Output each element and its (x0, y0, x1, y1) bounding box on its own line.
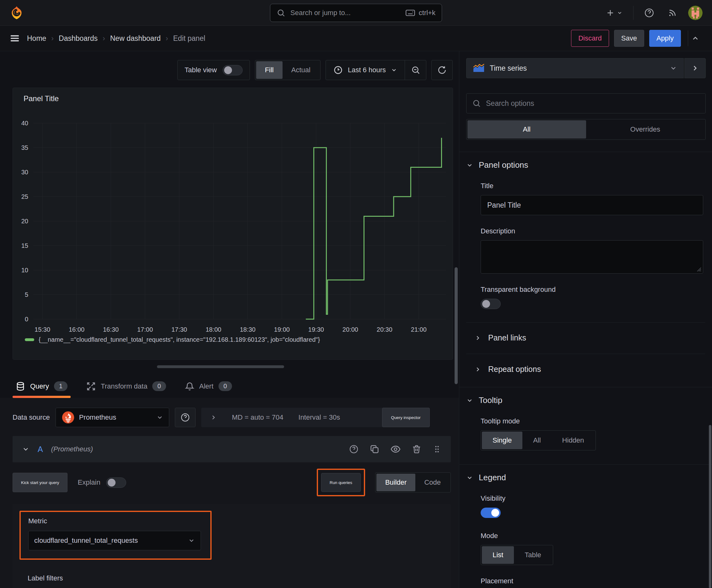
time-range-picker[interactable]: Last 6 hours (326, 60, 405, 80)
svg-text:17:30: 17:30 (171, 326, 187, 333)
bell-icon (185, 382, 194, 391)
legend-visibility-toggle[interactable] (481, 508, 501, 518)
svg-text:16:30: 16:30 (103, 326, 118, 333)
transparent-background-toggle[interactable] (481, 299, 501, 309)
tooltip-header[interactable]: Tooltip (459, 387, 712, 405)
chevron-down-icon (466, 162, 473, 169)
query-options-row[interactable]: MD = auto = 704 Interval = 30s Query ins… (201, 408, 430, 427)
resize-grip-icon[interactable] (696, 266, 702, 272)
label-filters-label: Label filters (28, 574, 451, 582)
tab-transform-data[interactable]: Transform data 0 (83, 376, 169, 398)
question-circle-icon[interactable] (349, 444, 359, 454)
time-series-chart[interactable]: 051015202530354015:3016:0016:3017:0017:3… (13, 114, 449, 336)
vertical-scrollbar[interactable] (455, 267, 458, 384)
user-avatar[interactable] (688, 6, 703, 20)
run-queries-highlight: Run queries (317, 469, 365, 496)
chart-panel[interactable]: Panel Title 051015202530354015:3016:0016… (13, 88, 453, 360)
svg-text:0: 0 (25, 316, 28, 322)
legend-placement-label: Placement (481, 577, 712, 585)
query-inspector-button[interactable]: Query inspector (382, 408, 430, 427)
apply-button[interactable]: Apply (649, 30, 681, 47)
legend-mode-list[interactable]: List (482, 546, 514, 564)
metric-highlight: Metric cloudflared_tunnel_total_requests (19, 511, 212, 560)
table-view-toggle[interactable] (222, 65, 243, 76)
eye-icon[interactable] (390, 444, 401, 454)
global-search-bar[interactable]: Search or jump to... ctrl+k (270, 4, 442, 22)
breadcrumb-home[interactable]: Home (27, 34, 46, 43)
tooltip-mode-all[interactable]: All (522, 432, 551, 449)
chart-legend[interactable]: {__name__="cloudflared_tunnel_total_requ… (13, 336, 453, 343)
vertical-scrollbar[interactable] (709, 425, 711, 588)
grafana-panel-editor: Search or jump to... ctrl+k (0, 0, 712, 588)
metric-label: Metric (28, 517, 201, 525)
tooltip-mode-single[interactable]: Single (482, 432, 522, 449)
chevron-right-icon: › (51, 34, 54, 43)
actual-option[interactable]: Actual (283, 61, 319, 79)
datasource-help-button[interactable] (175, 408, 196, 427)
panel-title-input[interactable] (481, 195, 703, 215)
collapse-options-button[interactable] (688, 30, 703, 46)
legend-mode-table[interactable]: Table (514, 546, 552, 564)
panel-options-header[interactable]: Panel options (459, 152, 712, 170)
visualization-picker[interactable]: Time series (466, 58, 684, 78)
explain-toggle[interactable] (106, 478, 126, 488)
query-row-header[interactable]: A (Prometheus) (13, 436, 451, 462)
question-circle-icon (180, 413, 190, 422)
svg-text:21:00: 21:00 (411, 326, 427, 333)
tab-all[interactable]: All (468, 120, 586, 139)
transform-icon (86, 382, 96, 391)
toggle-viz-picker-button[interactable] (684, 58, 706, 78)
legend-header[interactable]: Legend (459, 465, 712, 482)
chevron-right-icon: › (166, 34, 168, 43)
options-search-input[interactable] (486, 99, 700, 108)
chevron-down-icon (188, 537, 195, 544)
search-placeholder: Search or jump to... (290, 9, 351, 17)
title-label: Title (481, 182, 712, 190)
query-row-card: A (Prometheus) Kick start your query (13, 436, 451, 588)
code-option[interactable]: Code (415, 474, 450, 491)
description-textarea[interactable] (481, 240, 703, 274)
duplicate-icon[interactable] (370, 444, 379, 454)
repeat-options-header[interactable]: Repeat options (459, 354, 712, 374)
discard-button[interactable]: Discard (571, 30, 609, 47)
run-queries-button[interactable]: Run queries (321, 473, 361, 492)
svg-text:15:30: 15:30 (35, 326, 50, 333)
legend-visibility-label: Visibility (481, 495, 712, 503)
chevron-down-icon[interactable] (22, 445, 29, 453)
help-button[interactable] (642, 5, 657, 20)
svg-text:17:00: 17:00 (137, 326, 153, 333)
svg-text:25: 25 (21, 193, 28, 200)
save-button[interactable]: Save (614, 30, 644, 47)
search-icon (472, 99, 481, 108)
chevron-down-icon (617, 10, 623, 16)
panel-links-header[interactable]: Panel links (459, 322, 712, 342)
breadcrumb-dashboards[interactable]: Dashboards (59, 34, 98, 43)
datasource-picker[interactable]: Prometheus (56, 408, 169, 427)
tab-alert[interactable]: Alert 0 (182, 376, 235, 398)
kick-start-query-button[interactable]: Kick start your query (13, 473, 67, 492)
svg-text:18:00: 18:00 (206, 326, 221, 333)
breadcrumb-new-dashboard[interactable]: New dashboard (110, 34, 161, 43)
fill-option[interactable]: Fill (256, 61, 283, 79)
grafana-logo[interactable] (9, 6, 24, 20)
chevron-down-icon (466, 397, 473, 404)
svg-text:5: 5 (25, 291, 28, 298)
edit-panel-left-column: Table view Fill Actual Last 6 hours (0, 51, 459, 588)
zoom-out-button[interactable] (405, 60, 426, 80)
svg-text:30: 30 (21, 169, 28, 175)
tooltip-mode-label: Tooltip mode (481, 417, 712, 425)
datasource-label: Data source (13, 413, 50, 422)
options-search[interactable] (466, 93, 706, 113)
refresh-button[interactable] (431, 60, 453, 80)
drag-grip-icon[interactable] (433, 445, 441, 454)
panel-resize-handle[interactable] (157, 365, 284, 368)
tooltip-mode-hidden[interactable]: Hidden (552, 432, 595, 449)
tab-overrides[interactable]: Overrides (586, 120, 705, 139)
builder-option[interactable]: Builder (376, 474, 415, 491)
metric-select[interactable]: cloudflared_tunnel_total_requests (28, 531, 201, 550)
trash-icon[interactable] (412, 444, 421, 454)
news-rss-button[interactable] (665, 5, 680, 20)
new-menu-button[interactable] (603, 6, 625, 20)
menu-hamburger-icon[interactable] (9, 33, 20, 44)
tab-query[interactable]: Query 1 (13, 376, 71, 398)
